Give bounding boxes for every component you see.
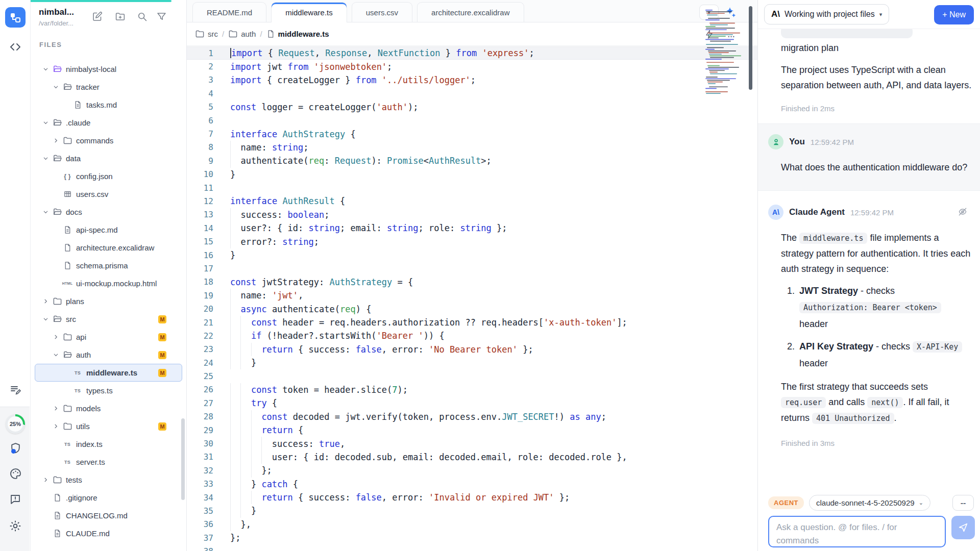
code-line[interactable]: 25 [187,369,757,383]
tree-item--claude[interactable]: .claude [35,114,182,132]
tree-item--gitignore[interactable]: .gitignore [35,489,182,507]
code-line[interactable]: 27try { [187,396,757,410]
code-line[interactable]: 5const logger = createLogger('auth'); [187,101,757,114]
code-line[interactable]: 38 [187,544,757,551]
chevron-down-icon[interactable] [41,209,50,215]
chevron-down-icon[interactable] [52,84,60,90]
code-line[interactable]: 19name: 'jwt', [187,289,757,302]
conversation-scope-dropdown[interactable]: A\ Working with project files ▾ [764,4,889,24]
code-line[interactable]: 36}, [187,518,757,531]
code-line[interactable]: 34return { success: false, error: 'Inval… [187,491,757,504]
code-line[interactable]: 35} [187,504,757,517]
tree-item-schema-prisma[interactable]: schema.prisma [35,257,182,274]
usage-progress-ring[interactable]: 25% [6,414,25,434]
tree-item-api[interactable]: apiM [35,328,182,346]
tree-item-config-json[interactable]: { }config.json [35,167,182,185]
tree-item-ui-mockup-mockup-html[interactable]: HTMLui-mockup.mockup.html [35,274,182,292]
model-selector-dropdown[interactable]: claude-sonnet-4-5-20250929 ⌄ [809,495,930,511]
tree-item-auth[interactable]: authM [35,346,182,364]
code-line[interactable]: 8name: string; [187,141,757,154]
tree-item-index-ts[interactable]: TSindex.ts [35,435,182,453]
settings-gear-icon[interactable] [0,519,31,533]
chevron-right-icon[interactable] [52,138,60,143]
theme-palette-icon[interactable] [0,467,31,480]
code-line[interactable]: 13success: boolean; [187,208,757,221]
code-line[interactable]: 14user?: { id: string; email: string; ro… [187,221,757,235]
tree-item-models[interactable]: models [35,399,182,417]
tree-item-commands[interactable]: commands [35,132,182,149]
tree-item-tests[interactable]: tests [35,471,182,489]
code-line[interactable]: 29return { [187,423,757,437]
breadcrumb-item-auth[interactable]: auth [228,29,256,39]
tab-middleware-ts[interactable]: middleware.ts [271,2,347,22]
tree-item-docs[interactable]: docs [35,203,182,221]
chat-input[interactable]: Ask a question. @ for files. / for comma… [768,516,946,547]
chevron-down-icon[interactable] [52,352,60,358]
breadcrumb-item-src[interactable]: src [195,29,218,39]
code-line[interactable]: 37}; [187,531,757,544]
chevron-down-icon[interactable] [41,156,50,161]
code-line[interactable]: 28const decoded = jwt.verify(token, proc… [187,410,757,423]
tree-item-claude-md[interactable]: CLAUDE.md [35,524,182,542]
code-line[interactable]: 21const header = req.headers.authorizati… [187,316,757,329]
tree-item-tracker[interactable]: tracker [35,78,182,96]
chevron-right-icon[interactable] [52,406,60,411]
code-line[interactable]: 2import jwt from 'jsonwebtoken'; [187,60,757,73]
code-line[interactable]: 20async authenticate(req) { [187,302,757,315]
search-icon[interactable] [137,11,148,22]
chevron-down-icon[interactable] [41,316,50,322]
tree-item-tasks-md[interactable]: tasks.md [35,96,182,114]
feedback-icon[interactable] [0,493,31,505]
code-line[interactable]: 32}; [187,464,757,477]
tree-item-users-csv[interactable]: users.csv [35,185,182,203]
new-file-icon[interactable] [92,11,103,22]
tree-item-plans[interactable]: plans [35,292,182,310]
code-line[interactable]: 1import { Request, Response, NextFunctio… [187,46,757,60]
code-line[interactable]: 30success: true, [187,437,757,450]
app-logo[interactable] [5,7,26,28]
tree-item-changelog-md[interactable]: CHANGELOG.md [35,507,182,524]
code-line[interactable]: 11 [187,181,757,194]
shield-icon[interactable] [0,442,31,455]
code-line[interactable]: 24} [187,356,757,369]
tree-item-architecture-excalidraw[interactable]: architecture.excalidraw [35,239,182,257]
code-line[interactable]: 33} catch { [187,478,757,491]
new-chat-button[interactable]: + New [934,5,974,24]
code-line[interactable]: 4 [187,87,757,100]
editor-scrollbar[interactable] [749,6,752,90]
code-line[interactable]: 31user: { id: decoded.sub, email: decode… [187,450,757,464]
code-line[interactable]: 9authenticate(req: Request): Promise<Aut… [187,154,757,167]
chevron-right-icon[interactable] [41,477,50,483]
collapse-panel-button[interactable]: -- [952,495,974,511]
breadcrumb-item-middleware-ts[interactable]: middleware.ts [266,30,329,38]
notes-compose-icon[interactable] [0,384,31,396]
tree-item-data[interactable]: data [35,149,182,167]
minimap[interactable] [704,10,748,96]
code-line[interactable]: 18const jwtStrategy: AuthStrategy = { [187,276,757,289]
tree-item-types-ts[interactable]: TStypes.ts [35,382,182,399]
code-line[interactable]: 7interface AuthStrategy { [187,127,757,140]
code-line[interactable]: 16} [187,248,757,262]
code-line[interactable]: 12interface AuthResult { [187,194,757,208]
chevron-down-icon[interactable] [41,120,50,126]
code-line[interactable]: 17 [187,262,757,275]
code-line[interactable]: 23return { success: false, error: 'No Be… [187,343,757,356]
chevron-right-icon[interactable] [52,334,60,340]
tree-item-middleware-ts[interactable]: TSmiddleware.tsM [35,364,182,382]
tree-item-utils[interactable]: utilsM [35,417,182,435]
hide-message-eye-off-icon[interactable] [958,207,968,217]
chevron-down-icon[interactable] [41,66,50,72]
tree-item-api-spec-md[interactable]: api-spec.md [35,221,182,239]
code-line[interactable]: 3import { createLogger } from '../utils/… [187,73,757,87]
tree-item-src[interactable]: srcM [35,310,182,328]
sidebar-scrollbar[interactable] [181,418,185,500]
filter-funnel-icon[interactable] [156,11,167,22]
new-folder-icon[interactable] [115,11,126,22]
code-view-icon[interactable] [0,41,31,53]
code-line[interactable]: 10} [187,168,757,181]
tab-architecture-excalidraw[interactable]: architecture.excalidraw [417,2,524,22]
tree-item-nimbalyst-local[interactable]: nimbalyst-local [35,60,182,78]
code-line[interactable]: 22if (!header?.startsWith('Bearer ')) { [187,329,757,342]
chevron-right-icon[interactable] [41,298,50,304]
code-line[interactable]: 26const token = header.slice(7); [187,383,757,396]
